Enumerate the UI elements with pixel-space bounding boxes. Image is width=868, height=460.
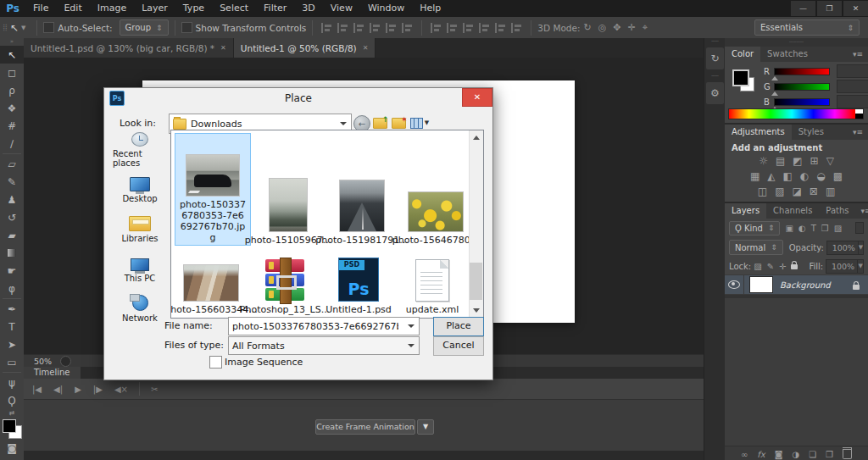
history-brush-tool[interactable]: ↺ xyxy=(0,208,24,226)
tools-collapse-icon[interactable]: » xyxy=(0,38,24,46)
panel-menu-icon[interactable]: ▾≡ xyxy=(848,125,868,140)
crop-tool[interactable]: # xyxy=(0,117,24,135)
sidebar-item-desktop[interactable]: Desktop xyxy=(113,168,167,203)
image-sequence-checkbox[interactable] xyxy=(209,356,222,369)
new-adjustment-layer-icon[interactable]: ◑ xyxy=(792,450,799,459)
3d-slide-icon[interactable]: ✛ xyxy=(628,22,636,33)
create-animation-dropdown-icon[interactable]: ▼ xyxy=(417,419,434,435)
swap-colors-icon[interactable]: ⇄ xyxy=(0,409,24,417)
color-balance-icon[interactable]: ◭ xyxy=(767,170,775,182)
layer-visibility-toggle[interactable] xyxy=(725,275,744,294)
menu-edit[interactable]: Edit xyxy=(56,0,89,17)
foreground-background-swatches[interactable] xyxy=(2,418,22,439)
quick-mask-button[interactable]: ◙ xyxy=(0,439,24,457)
show-transform-checkbox-box[interactable] xyxy=(181,22,192,33)
spot-healing-tool[interactable]: ▱ xyxy=(0,155,24,173)
show-transform-checkbox[interactable]: Show Transform Controls xyxy=(181,22,307,33)
distribute-vertical-centers-icon[interactable] xyxy=(447,23,458,33)
history-panel-icon[interactable]: ↻ xyxy=(706,47,724,69)
workspace-switcher-dropdown[interactable]: Essentials⇕ xyxy=(754,19,860,36)
play-icon[interactable]: ▶ xyxy=(75,385,81,394)
files-of-type-dropdown[interactable]: All Formats xyxy=(228,336,420,355)
cancel-button[interactable]: Cancel xyxy=(433,336,484,356)
color-lookup-icon[interactable]: ▩ xyxy=(833,170,843,182)
marquee-tool[interactable]: ◻ xyxy=(0,64,24,81)
brush-tool[interactable]: ✎ xyxy=(0,173,24,191)
add-layer-mask-icon[interactable]: ◙ xyxy=(775,450,783,459)
file-item-selected[interactable]: photo-1503376780353-7e6692767b70.jpg xyxy=(175,133,251,246)
selective-color-icon[interactable]: ▥ xyxy=(826,186,835,197)
sidebar-item-recent-places[interactable]: Recent places xyxy=(113,132,167,168)
create-frame-animation-button[interactable]: Create Frame Animation xyxy=(315,419,415,435)
blue-slider[interactable] xyxy=(774,98,830,106)
auto-select-target-dropdown[interactable]: Group⇕ xyxy=(120,19,169,36)
lock-image-pixels-icon[interactable]: ✎ xyxy=(767,262,774,271)
path-selection-tool[interactable]: ➤ xyxy=(0,335,24,353)
green-slider[interactable] xyxy=(774,83,830,91)
dialog-title-bar[interactable]: Ps Place xyxy=(104,88,492,108)
new-layer-icon[interactable]: ❐ xyxy=(826,450,833,459)
tab-adjustments[interactable]: Adjustments xyxy=(725,125,792,140)
first-frame-icon[interactable]: |◀ xyxy=(32,385,42,394)
blue-value-field[interactable]: 0 xyxy=(837,95,868,108)
clone-stamp-tool[interactable]: ♟ xyxy=(0,191,24,208)
layer-row-background[interactable]: Background xyxy=(725,274,868,295)
scroll-down-icon[interactable] xyxy=(473,308,480,313)
3d-orbit-icon[interactable]: ↻ xyxy=(584,22,592,33)
menu-layer[interactable]: Layer xyxy=(134,0,175,17)
next-frame-icon[interactable]: |▶ xyxy=(93,385,103,394)
menu-3d[interactable]: 3D xyxy=(294,0,322,17)
file-item[interactable]: photo-151981791... xyxy=(326,171,398,246)
distribute-right-edges-icon[interactable] xyxy=(511,23,522,33)
view-menu-button[interactable]: ▼ xyxy=(409,115,430,130)
link-layers-icon[interactable]: ∞ xyxy=(741,450,748,459)
fill-field[interactable]: 100% xyxy=(826,259,858,274)
move-tool[interactable]: ↖ xyxy=(0,46,24,64)
distribute-bottom-edges-icon[interactable] xyxy=(463,23,474,33)
file-list-scrollbar[interactable] xyxy=(469,130,483,318)
eraser-tool[interactable]: ▰ xyxy=(0,226,24,244)
fill-dropdown-icon[interactable]: ▼ xyxy=(858,259,864,274)
minimize-icon[interactable]: — xyxy=(791,1,815,16)
3d-camera-icon[interactable]: ⌖ xyxy=(643,22,648,33)
properties-panel-icon[interactable]: ⚙ xyxy=(706,82,724,104)
file-item[interactable]: update.xml xyxy=(396,254,469,315)
opacity-field[interactable]: 100% xyxy=(826,241,859,255)
filter-adjustment-layers-icon[interactable]: ◐ xyxy=(798,224,806,233)
document-tab-2[interactable]: Untitled-1 @ 50% (RGB/8) ✕ xyxy=(234,38,376,58)
move-tool-preset-icon[interactable]: ↖ xyxy=(10,22,19,34)
filter-type-layers-icon[interactable]: T xyxy=(811,224,816,233)
gradient-map-icon[interactable]: ⊠ xyxy=(810,186,818,197)
file-item[interactable]: Photoshop_13_LS... xyxy=(248,254,321,315)
delete-layer-icon[interactable] xyxy=(843,447,852,460)
document-tab-1[interactable]: Untitled-1.psd @ 130% (big car, RGB/8) *… xyxy=(24,38,234,58)
lock-position-icon[interactable]: ✛ xyxy=(779,262,786,271)
file-item[interactable]: PSD Ps Untitled-1.psd xyxy=(322,254,395,315)
tab-close-icon[interactable]: ✕ xyxy=(220,44,226,52)
menu-image[interactable]: Image xyxy=(90,0,134,17)
dialog-close-icon[interactable]: ✕ xyxy=(462,88,492,107)
zoom-level[interactable]: 50% xyxy=(34,357,52,366)
tab-close-icon[interactable]: ✕ xyxy=(363,44,369,52)
tab-channels[interactable]: Channels xyxy=(766,203,819,219)
quick-selection-tool[interactable]: ❖ xyxy=(0,99,24,117)
file-item[interactable]: photo-15646780... xyxy=(399,171,472,246)
3d-roll-icon[interactable]: ◎ xyxy=(598,22,607,33)
posterize-icon[interactable]: ▨ xyxy=(775,186,784,197)
scrollbar-thumb[interactable] xyxy=(470,263,482,300)
layers-list-empty-area[interactable] xyxy=(725,298,868,446)
tab-layers[interactable]: Layers xyxy=(725,203,766,219)
filter-pixel-layers-icon[interactable]: ▣ xyxy=(785,224,793,233)
hue-saturation-icon[interactable]: ▦ xyxy=(750,170,760,182)
auto-select-checkbox[interactable]: Auto-Select: xyxy=(43,22,112,33)
tab-styles[interactable]: Styles xyxy=(792,125,831,140)
foreground-color-swatch[interactable] xyxy=(732,69,749,86)
opacity-dropdown-icon[interactable]: ▼ xyxy=(859,241,864,255)
dodge-tool[interactable]: φ xyxy=(0,280,24,297)
color-spectrum-bar[interactable] xyxy=(728,108,864,119)
rectangle-tool[interactable]: ▭ xyxy=(0,353,24,371)
invert-icon[interactable]: ◫ xyxy=(758,186,767,197)
color-panel-swatches[interactable] xyxy=(732,69,754,91)
filter-kind-dropdown[interactable]: ϘKind⇕ xyxy=(729,221,780,236)
hand-tool[interactable]: ψ xyxy=(0,374,24,391)
